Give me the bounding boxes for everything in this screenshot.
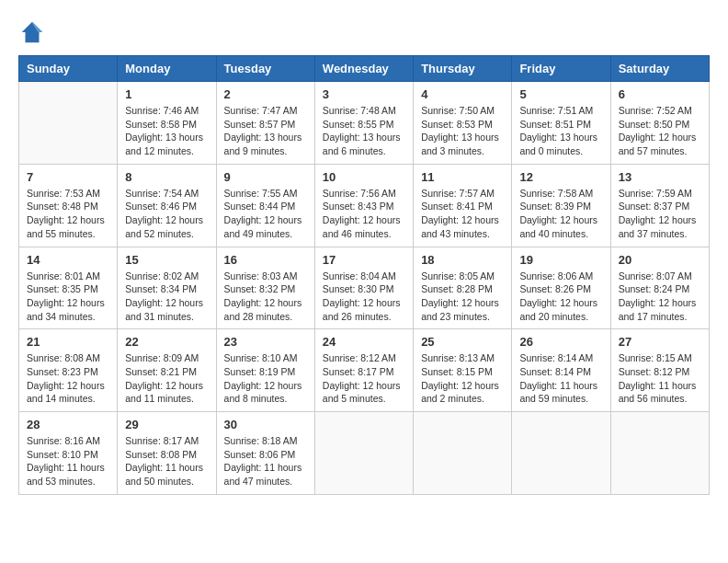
calendar-cell: 12Sunrise: 7:58 AM Sunset: 8:39 PM Dayli… [512, 164, 610, 247]
calendar-cell: 28Sunrise: 8:16 AM Sunset: 8:10 PM Dayli… [19, 412, 118, 495]
calendar-cell: 29Sunrise: 8:17 AM Sunset: 8:08 PM Dayli… [118, 412, 216, 495]
day-info: Sunrise: 8:08 AM Sunset: 8:23 PM Dayligh… [27, 351, 109, 406]
day-info: Sunrise: 7:52 AM Sunset: 8:50 PM Dayligh… [619, 104, 701, 158]
day-number: 28 [27, 418, 109, 431]
day-info: Sunrise: 7:50 AM Sunset: 8:53 PM Dayligh… [421, 104, 504, 158]
day-number: 4 [421, 87, 504, 101]
column-header-tuesday: Tuesday [216, 56, 314, 82]
calendar-cell: 26Sunrise: 8:14 AM Sunset: 8:14 PM Dayli… [512, 329, 610, 412]
day-info: Sunrise: 7:58 AM Sunset: 8:39 PM Dayligh… [519, 187, 602, 241]
day-number: 18 [421, 253, 504, 267]
calendar-cell: 3Sunrise: 7:48 AM Sunset: 8:55 PM Daylig… [314, 82, 413, 165]
calendar-cell [512, 412, 610, 495]
day-number: 27 [619, 335, 701, 349]
calendar-cell: 24Sunrise: 8:12 AM Sunset: 8:17 PM Dayli… [314, 329, 413, 412]
calendar-week-row: 1Sunrise: 7:46 AM Sunset: 8:58 PM Daylig… [19, 82, 710, 165]
calendar-cell [19, 82, 118, 165]
day-info: Sunrise: 7:54 AM Sunset: 8:46 PM Dayligh… [125, 187, 208, 241]
day-number: 19 [519, 253, 602, 267]
calendar-cell: 27Sunrise: 8:15 AM Sunset: 8:12 PM Dayli… [610, 329, 709, 412]
calendar-cell: 7Sunrise: 7:53 AM Sunset: 8:48 PM Daylig… [19, 164, 118, 247]
day-info: Sunrise: 8:07 AM Sunset: 8:24 PM Dayligh… [619, 270, 701, 324]
calendar-cell: 13Sunrise: 7:59 AM Sunset: 8:37 PM Dayli… [610, 164, 709, 247]
day-number: 25 [421, 335, 504, 349]
calendar-cell: 2Sunrise: 7:47 AM Sunset: 8:57 PM Daylig… [216, 82, 314, 165]
day-info: Sunrise: 8:16 AM Sunset: 8:10 PM Dayligh… [27, 434, 109, 488]
day-number: 1 [125, 87, 208, 101]
day-number: 24 [323, 335, 405, 349]
column-header-saturday: Saturday [610, 56, 709, 82]
day-number: 7 [27, 170, 109, 184]
day-number: 11 [421, 170, 504, 184]
calendar-cell: 21Sunrise: 8:08 AM Sunset: 8:23 PM Dayli… [19, 329, 118, 412]
day-info: Sunrise: 7:53 AM Sunset: 8:48 PM Dayligh… [27, 187, 109, 241]
calendar-cell: 9Sunrise: 7:55 AM Sunset: 8:44 PM Daylig… [216, 164, 314, 247]
calendar-cell: 11Sunrise: 7:57 AM Sunset: 8:41 PM Dayli… [414, 164, 512, 247]
day-number: 8 [125, 170, 208, 184]
column-header-wednesday: Wednesday [314, 56, 413, 82]
calendar-cell: 5Sunrise: 7:51 AM Sunset: 8:51 PM Daylig… [512, 82, 610, 165]
calendar-cell: 4Sunrise: 7:50 AM Sunset: 8:53 PM Daylig… [414, 82, 512, 165]
column-header-sunday: Sunday [19, 56, 118, 82]
calendar-cell: 16Sunrise: 8:03 AM Sunset: 8:32 PM Dayli… [216, 247, 314, 329]
day-number: 23 [224, 335, 307, 349]
calendar-week-row: 14Sunrise: 8:01 AM Sunset: 8:35 PM Dayli… [19, 247, 710, 329]
calendar-week-row: 7Sunrise: 7:53 AM Sunset: 8:48 PM Daylig… [19, 164, 710, 247]
calendar-cell [414, 412, 512, 495]
day-info: Sunrise: 8:02 AM Sunset: 8:34 PM Dayligh… [125, 270, 208, 324]
calendar-cell: 15Sunrise: 8:02 AM Sunset: 8:34 PM Dayli… [118, 247, 216, 329]
logo [18, 18, 50, 46]
calendar-cell: 1Sunrise: 7:46 AM Sunset: 8:58 PM Daylig… [118, 82, 216, 165]
day-number: 17 [323, 253, 405, 267]
day-info: Sunrise: 8:14 AM Sunset: 8:14 PM Dayligh… [519, 351, 602, 406]
day-number: 10 [323, 170, 405, 184]
day-info: Sunrise: 7:57 AM Sunset: 8:41 PM Dayligh… [421, 187, 504, 241]
day-info: Sunrise: 7:51 AM Sunset: 8:51 PM Dayligh… [519, 104, 602, 158]
day-info: Sunrise: 8:12 AM Sunset: 8:17 PM Dayligh… [323, 351, 405, 406]
calendar-cell: 18Sunrise: 8:05 AM Sunset: 8:28 PM Dayli… [414, 247, 512, 329]
day-number: 26 [519, 335, 602, 349]
calendar-cell: 8Sunrise: 7:54 AM Sunset: 8:46 PM Daylig… [118, 164, 216, 247]
calendar-cell: 10Sunrise: 7:56 AM Sunset: 8:43 PM Dayli… [314, 164, 413, 247]
day-number: 5 [519, 87, 602, 101]
day-info: Sunrise: 8:06 AM Sunset: 8:26 PM Dayligh… [519, 270, 602, 324]
day-number: 9 [224, 170, 307, 184]
day-info: Sunrise: 8:01 AM Sunset: 8:35 PM Dayligh… [27, 270, 109, 324]
day-info: Sunrise: 8:04 AM Sunset: 8:30 PM Dayligh… [323, 270, 405, 324]
day-info: Sunrise: 8:03 AM Sunset: 8:32 PM Dayligh… [224, 270, 307, 324]
column-header-friday: Friday [512, 56, 610, 82]
day-info: Sunrise: 7:55 AM Sunset: 8:44 PM Dayligh… [224, 187, 307, 241]
day-number: 3 [323, 87, 405, 101]
calendar-cell: 19Sunrise: 8:06 AM Sunset: 8:26 PM Dayli… [512, 247, 610, 329]
day-info: Sunrise: 8:15 AM Sunset: 8:12 PM Dayligh… [619, 351, 701, 406]
day-number: 12 [519, 170, 602, 184]
calendar-table: SundayMondayTuesdayWednesdayThursdayFrid… [18, 55, 710, 495]
logo-icon [18, 18, 46, 46]
day-info: Sunrise: 8:18 AM Sunset: 8:06 PM Dayligh… [224, 434, 307, 488]
day-info: Sunrise: 7:47 AM Sunset: 8:57 PM Dayligh… [224, 104, 307, 158]
calendar-week-row: 28Sunrise: 8:16 AM Sunset: 8:10 PM Dayli… [19, 412, 710, 495]
calendar-cell [314, 412, 413, 495]
calendar-cell [610, 412, 709, 495]
day-number: 13 [619, 170, 701, 184]
calendar-week-row: 21Sunrise: 8:08 AM Sunset: 8:23 PM Dayli… [19, 329, 710, 412]
calendar-cell: 6Sunrise: 7:52 AM Sunset: 8:50 PM Daylig… [610, 82, 709, 165]
day-number: 20 [619, 253, 701, 267]
column-header-thursday: Thursday [414, 56, 512, 82]
day-number: 6 [619, 87, 701, 101]
day-number: 15 [125, 253, 208, 267]
day-info: Sunrise: 8:09 AM Sunset: 8:21 PM Dayligh… [125, 351, 208, 406]
day-number: 22 [125, 335, 208, 349]
calendar-cell: 25Sunrise: 8:13 AM Sunset: 8:15 PM Dayli… [414, 329, 512, 412]
calendar-header-row: SundayMondayTuesdayWednesdayThursdayFrid… [19, 56, 710, 82]
day-info: Sunrise: 7:48 AM Sunset: 8:55 PM Dayligh… [323, 104, 405, 158]
page-header [18, 18, 710, 46]
day-number: 30 [224, 418, 307, 431]
day-info: Sunrise: 7:56 AM Sunset: 8:43 PM Dayligh… [323, 187, 405, 241]
day-number: 2 [224, 87, 307, 101]
calendar-cell: 20Sunrise: 8:07 AM Sunset: 8:24 PM Dayli… [610, 247, 709, 329]
day-info: Sunrise: 8:05 AM Sunset: 8:28 PM Dayligh… [421, 270, 504, 324]
column-header-monday: Monday [118, 56, 216, 82]
calendar-cell: 23Sunrise: 8:10 AM Sunset: 8:19 PM Dayli… [216, 329, 314, 412]
calendar-cell: 17Sunrise: 8:04 AM Sunset: 8:30 PM Dayli… [314, 247, 413, 329]
